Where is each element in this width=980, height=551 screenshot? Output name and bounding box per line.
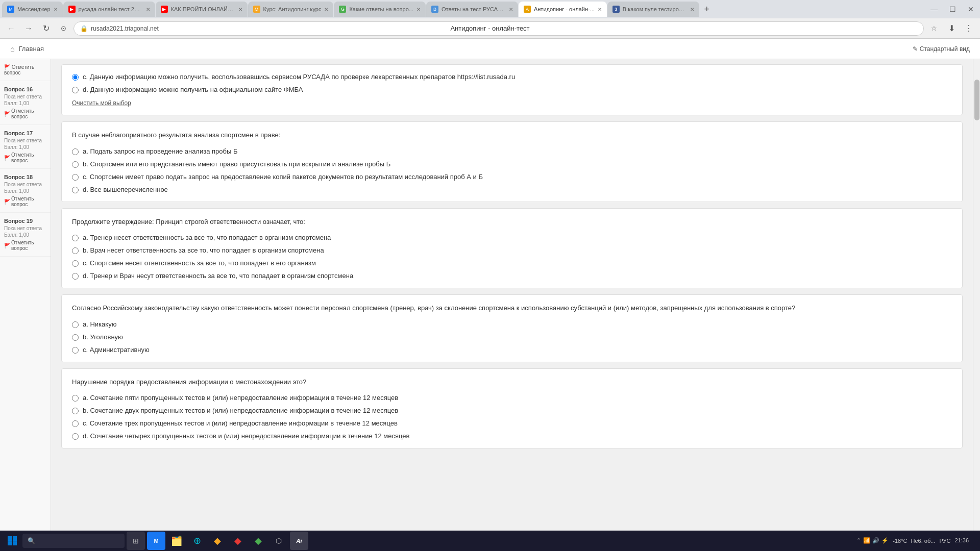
question-18-num: Вопрос 18 xyxy=(4,174,46,180)
taskbar-search-icon: 🔍 xyxy=(28,537,35,544)
q17-radio-c[interactable] xyxy=(72,260,79,267)
taskbar-ai-app[interactable]: Ai xyxy=(290,532,308,550)
q16-radio-b[interactable] xyxy=(72,161,79,168)
q19-radio-a[interactable] xyxy=(72,395,79,402)
taskbar-app6[interactable]: ◆ xyxy=(249,532,267,550)
standard-view-button[interactable]: ✎ Стандартный вид xyxy=(913,45,970,53)
question-17-flag[interactable]: 🚩 Отметить вопрос xyxy=(4,152,46,163)
tab-rusada-test[interactable]: ▶ русада онлайн тест 2022 ✕ xyxy=(63,2,155,17)
taskbar-edge-app[interactable]: ⊕ xyxy=(188,532,206,550)
q18-radio-a[interactable] xyxy=(72,321,79,328)
prev-radio-d[interactable] xyxy=(72,87,79,93)
q16-option-d: d. Все вышеперечисленное xyxy=(72,186,952,193)
tab-close-pule[interactable]: ✕ xyxy=(690,7,694,12)
q16-radio-c[interactable] xyxy=(72,174,79,181)
refresh-button[interactable]: ↻ xyxy=(39,21,53,36)
tab-close-kak[interactable]: ✕ xyxy=(238,7,242,12)
q16-label-a: a. Подать запрос на проведение анализа п… xyxy=(83,147,237,155)
q17-option-d: d. Тренер и Врач несут ответственность з… xyxy=(72,272,952,280)
scrollbar-thumb[interactable] xyxy=(974,80,979,120)
tab-close-kakie[interactable]: ✕ xyxy=(416,7,421,12)
minimize-button[interactable]: — xyxy=(927,2,941,16)
tab-favicon-antidoping: A xyxy=(524,6,531,13)
taskbar-app7[interactable]: ⬡ xyxy=(270,532,288,550)
question-16-status: Пока нет ответа xyxy=(4,94,46,99)
q18-radio-c[interactable] xyxy=(72,347,79,354)
q16-radio-a[interactable] xyxy=(72,148,79,155)
q18-option-a: a. Никакую xyxy=(72,320,952,328)
home-button[interactable]: ⊙ xyxy=(56,21,70,36)
taskbar-chevron-up-icon[interactable]: ⌃ xyxy=(856,537,861,544)
address-bar[interactable]: 🔒 rusada2021.triagonal.net xyxy=(74,21,924,36)
q17-option-b: b. Врач несет ответственность за все то,… xyxy=(72,246,952,254)
taskbar-clock[interactable]: 21:36 xyxy=(954,537,969,544)
tab-actions: — ☐ ✕ xyxy=(927,2,978,16)
q17-radio-d[interactable] xyxy=(72,273,79,280)
tab-favicon-kakie: G xyxy=(339,6,346,13)
question-block-17: Продолжите утверждение: Принцип строгой … xyxy=(61,208,963,289)
q19-option-c: c. Сочетание трех пропущенных тестов и (… xyxy=(72,419,952,427)
taskbar-app5[interactable]: ◆ xyxy=(229,532,247,550)
tab-kak-proyti[interactable]: ▶ КАК ПРОЙТИ ОНЛАЙН Т... ✕ xyxy=(156,2,248,17)
q17-radio-b[interactable] xyxy=(72,247,79,254)
new-tab-button[interactable]: + xyxy=(700,2,714,16)
scrollbar-track[interactable] xyxy=(973,59,980,551)
question-block-16: В случае неблагоприятного результата ана… xyxy=(61,121,963,202)
taskbar-messenger-app[interactable]: M xyxy=(147,532,165,550)
tab-antidoping-active[interactable]: A Антидопинг - онлайн-... ✕ xyxy=(519,2,607,17)
tab-favicon-kurs: M xyxy=(253,6,260,13)
taskbar-network-icon: 📶 xyxy=(863,537,870,544)
q19-option-list: a. Сочетание пяти пропущенных тестов и (… xyxy=(72,394,952,440)
close-browser-button[interactable]: ✕ xyxy=(964,2,978,16)
question-block-19: Нарушение порядка предоставления информа… xyxy=(61,368,963,449)
q16-radio-d[interactable] xyxy=(72,187,79,193)
q19-radio-b[interactable] xyxy=(72,408,79,414)
prev-radio-c[interactable] xyxy=(72,74,79,81)
question-18-flag[interactable]: 🚩 Отметить вопрос xyxy=(4,196,46,207)
tab-kakie-otvety[interactable]: G Какие ответы на вопро... ✕ xyxy=(334,2,426,17)
question-17-text: Продолжите утверждение: Принцип строгой … xyxy=(72,217,952,227)
q19-radio-d[interactable] xyxy=(72,433,79,440)
taskbar-explorer-app[interactable]: 🗂️ xyxy=(167,532,186,550)
q19-label-d: d. Сочетание четырех пропущенных тестов … xyxy=(83,432,409,440)
tab-kurs[interactable]: M Курс: Антидопинг курс ✕ xyxy=(248,2,334,17)
restore-button[interactable]: ☐ xyxy=(945,2,960,16)
tab-close-messenger[interactable]: ✕ xyxy=(54,7,58,12)
q18-option-b: b. Уголовную xyxy=(72,333,952,341)
question-16-num: Вопрос 16 xyxy=(4,86,46,92)
taskbar-app4[interactable]: ◆ xyxy=(208,532,227,550)
start-button[interactable] xyxy=(4,533,20,549)
tab-label-antidoping: Антидопинг - онлайн-... xyxy=(534,6,595,12)
tab-otvety-rusada[interactable]: В Ответы на тест РУСАДА 2... ✕ xyxy=(426,2,518,17)
download-icon[interactable]: ⬇ xyxy=(944,21,959,36)
q17-radio-a[interactable] xyxy=(72,235,79,241)
taskbar-battery-icon: ⚡ xyxy=(881,537,889,544)
question-16-flag[interactable]: 🚩 Отметить вопрос xyxy=(4,108,46,119)
tab-close-kurs[interactable]: ✕ xyxy=(324,7,328,12)
tab-messenger[interactable]: M Мессенджер ✕ xyxy=(2,2,63,17)
task-view-button[interactable]: ⊞ xyxy=(127,532,145,550)
tab-close-rusada[interactable]: ✕ xyxy=(146,7,150,12)
sidebar-question-18: Вопрос 18 Пока нет ответа Балл: 1,00 🚩 О… xyxy=(0,169,51,213)
flag-partial[interactable]: 🚩 Отметить вопрос xyxy=(4,64,46,76)
tab-favicon-pule: 3 xyxy=(612,6,620,13)
q18-radio-b[interactable] xyxy=(72,334,79,341)
q17-label-a: a. Тренер несет ответственность за все т… xyxy=(83,234,331,241)
q17-label-d: d. Тренер и Врач несут ответственность з… xyxy=(83,272,353,280)
forward-button[interactable]: → xyxy=(21,21,36,36)
question-19-flag[interactable]: 🚩 Отметить вопрос xyxy=(4,240,46,251)
taskbar-search[interactable]: 🔍 xyxy=(22,534,125,548)
bookmark-button[interactable]: ☆ xyxy=(927,21,941,36)
q16-label-b: b. Спортсмен или его представитель имеют… xyxy=(83,160,390,168)
home-label[interactable]: Главная xyxy=(18,45,43,53)
question-18-text: Согласно Российскому законодательству ка… xyxy=(72,303,952,313)
tab-favicon-rusada: ▶ xyxy=(68,6,76,13)
tab-v-kakom-pule[interactable]: 3 В каком пуле тестирован... ✕ xyxy=(607,2,699,17)
back-button[interactable]: ← xyxy=(4,21,18,36)
tab-label-kurs: Курс: Антидопинг курс xyxy=(263,6,322,12)
tab-close-antidoping[interactable]: ✕ xyxy=(598,7,602,12)
clear-selection-prev[interactable]: Очистить мой выбор xyxy=(72,99,952,107)
q19-radio-c[interactable] xyxy=(72,420,79,427)
tab-close-otvety[interactable]: ✕ xyxy=(509,7,513,12)
menu-button[interactable]: ⋮ xyxy=(962,21,976,36)
